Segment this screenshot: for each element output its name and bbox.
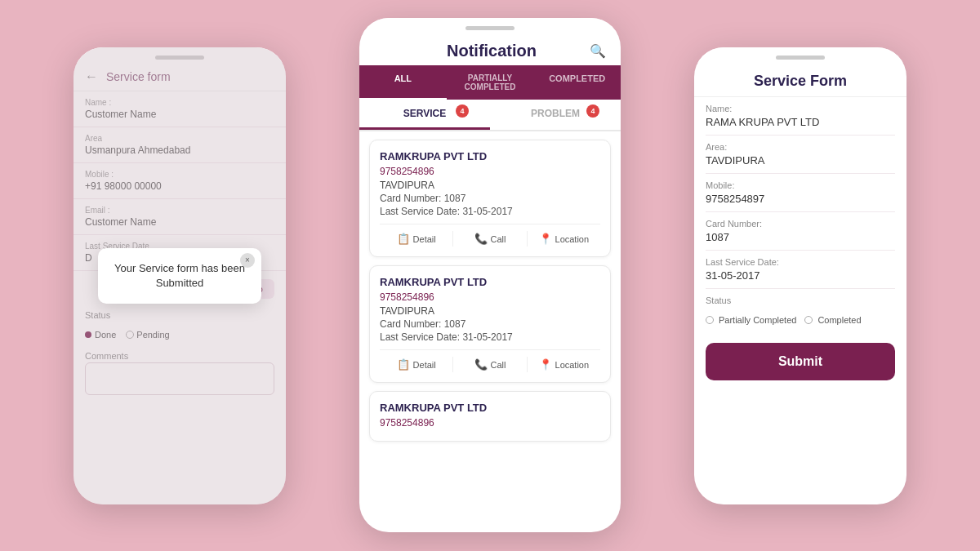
submission-modal: × Your Service form has been Submitted: [98, 248, 261, 304]
location-label: Location: [555, 234, 590, 244]
right-card-field: Card Number: 1087: [706, 212, 895, 251]
service-badge: 4: [456, 104, 469, 118]
right-card-value: 1087: [706, 231, 895, 243]
card-actions: 📋 Detail 📞 Call 📍 Location: [380, 349, 600, 372]
completed-radio: [804, 316, 813, 324]
right-last-service-field: Last Service Date: 31-05-2017: [706, 251, 895, 289]
company-name: RAMKRUPA PVT LTD: [380, 150, 600, 162]
right-status-label: Status: [706, 295, 895, 305]
call-icon: 📞: [474, 358, 488, 371]
tab-service[interactable]: SERVICE 4: [359, 100, 490, 130]
top-tabs: ALL PARTIALLYCOMPLETED COMPLETED: [359, 65, 621, 100]
detail-icon: 📋: [397, 358, 410, 371]
location-action[interactable]: 📍 Location: [528, 231, 600, 247]
company-name: RAMKRUPA PVT LTD: [380, 276, 600, 288]
center-phone: Notification 🔍 ALL PARTIALLYCOMPLETED CO…: [359, 18, 621, 532]
detail-label: Detail: [413, 234, 436, 244]
problem-badge: 4: [586, 104, 599, 118]
right-phone-content: Name: RAMA KRUPA PVT LTD Area: TAVDIPURA…: [694, 97, 906, 504]
tab-completed[interactable]: COMPLETED: [533, 65, 621, 100]
partially-completed-radio: [706, 316, 714, 324]
mid-tabs: SERVICE 4 PROBLEM 4: [359, 100, 621, 131]
right-last-service-value: 31-05-2017: [706, 269, 895, 282]
company-phone[interactable]: 9758254896: [380, 291, 600, 303]
right-phone-title: Service Form: [706, 73, 895, 90]
right-phone: Service Form Name: RAMA KRUPA PVT LTD Ar…: [694, 47, 906, 504]
completed-label: Completed: [817, 315, 861, 325]
card-number: Card Number: 1087: [380, 193, 600, 204]
notification-card: RAMKRUPA PVT LTD 9758254896 TAVDIPURA Ca…: [369, 265, 611, 383]
center-phone-title: Notification: [394, 42, 590, 60]
tab-partially-completed[interactable]: PARTIALLYCOMPLETED: [447, 65, 534, 100]
company-area: TAVDIPURA: [380, 180, 600, 191]
location-icon: 📍: [539, 233, 552, 245]
center-phone-notch: [359, 18, 621, 33]
completed-option[interactable]: Completed: [804, 315, 861, 325]
right-mobile-value: 9758254897: [706, 193, 895, 205]
location-action[interactable]: 📍 Location: [528, 357, 600, 372]
detail-action[interactable]: 📋 Detail: [380, 231, 453, 247]
tab-all[interactable]: ALL: [359, 65, 447, 100]
right-phone-notch: [694, 47, 906, 63]
right-name-field: Name: RAMA KRUPA PVT LTD: [706, 97, 895, 136]
call-label: Call: [491, 360, 506, 370]
left-phone: ← Service form Name : Customer Name Area…: [74, 47, 286, 504]
call-action[interactable]: 📞 Call: [453, 357, 527, 372]
card-number: Card Number: 1087: [380, 318, 600, 330]
right-area-label: Area:: [706, 142, 895, 152]
last-service-date: Last Service Date: 31-05-2017: [380, 206, 600, 217]
notification-card: RAMKRUPA PVT LTD 9758254896 TAVDIPURA Ca…: [369, 140, 611, 257]
call-action[interactable]: 📞 Call: [453, 231, 527, 247]
notification-card: RAMKRUPA PVT LTD 9758254896: [369, 391, 611, 442]
right-card-label: Card Number:: [706, 219, 895, 229]
right-status-row: Partially Completed Completed: [706, 309, 895, 331]
detail-action[interactable]: 📋 Detail: [380, 357, 453, 372]
right-mobile-field: Mobile: 9758254897: [706, 174, 895, 212]
right-notch-bar: [776, 56, 825, 60]
center-notch-bar: [466, 26, 514, 30]
company-phone[interactable]: 9758254896: [380, 166, 600, 177]
detail-icon: 📋: [397, 233, 410, 245]
right-area-value: TAVDIPURA: [706, 154, 895, 167]
company-area: TAVDIPURA: [380, 305, 600, 317]
right-last-service-label: Last Service Date:: [706, 257, 895, 267]
left-phone-content: Name : Customer Name Area Usmanpura Ahme…: [74, 91, 286, 504]
right-area-field: Area: TAVDIPURA: [706, 136, 895, 174]
right-header: Service Form: [694, 63, 906, 97]
company-name: RAMKRUPA PVT LTD: [380, 402, 600, 414]
submit-button[interactable]: Submit: [706, 343, 895, 380]
notification-list: RAMKRUPA PVT LTD 9758254896 TAVDIPURA Ca…: [359, 131, 621, 532]
location-icon: 📍: [539, 358, 552, 371]
partially-completed-option[interactable]: Partially Completed: [706, 315, 796, 325]
call-icon: 📞: [474, 233, 488, 245]
last-service-date: Last Service Date: 31-05-2017: [380, 331, 600, 343]
location-label: Location: [555, 360, 590, 370]
right-name-label: Name:: [706, 104, 895, 113]
search-icon[interactable]: 🔍: [590, 43, 606, 59]
call-label: Call: [491, 234, 506, 244]
center-header: Notification 🔍: [359, 33, 621, 65]
card-actions: 📋 Detail 📞 Call 📍 Location: [380, 224, 600, 247]
tab-problem[interactable]: PROBLEM 4: [490, 100, 621, 130]
modal-overlay: × Your Service form has been Submitted: [74, 91, 286, 504]
modal-close-button[interactable]: ×: [240, 253, 255, 268]
right-status-section: Status Partially Completed Completed: [706, 289, 895, 335]
partially-completed-label: Partially Completed: [719, 315, 796, 325]
right-mobile-label: Mobile:: [706, 180, 895, 190]
detail-label: Detail: [413, 360, 436, 370]
modal-message: Your Service form has been Submitted: [114, 261, 245, 291]
company-phone[interactable]: 9758254896: [380, 417, 600, 429]
right-name-value: RAMA KRUPA PVT LTD: [706, 116, 895, 128]
